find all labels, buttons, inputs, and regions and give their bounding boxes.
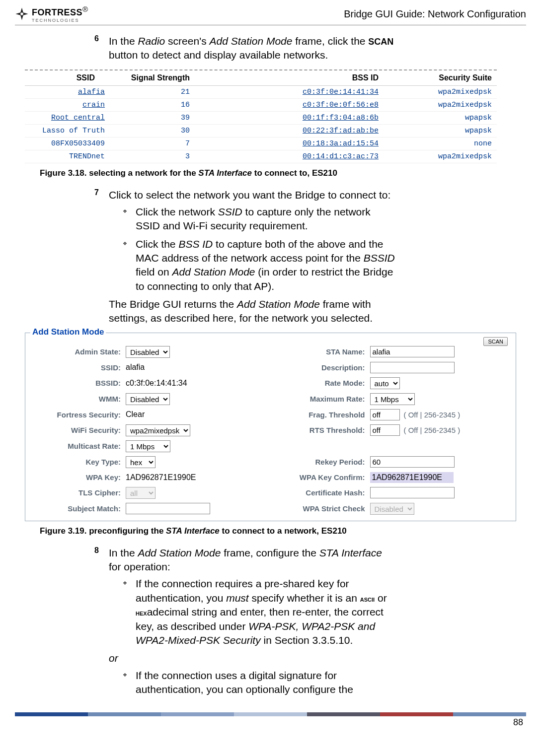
label-max-rate: Maximum Rate: [276,395,370,403]
scan-cell-security: wpapsk [384,124,497,137]
scan-row: crain16c0:3f:0e:0f:56:e8wpa2mixedpsk [25,98,497,111]
step-8-number: 8 [94,546,106,555]
value-wpa-key: 1AD962871E1990E [126,473,266,482]
page-header: FORTRESS® TECHNOLOGIES Bridge GUI Guide:… [15,5,526,25]
label-frag-threshold: Frag. Threshold [276,411,370,419]
scan-results-table: SSID Signal Strength BSS ID Security Sui… [25,69,497,163]
page-number: 88 [15,717,526,728]
step-8-bullet-2: If the connection uses a digital signatu… [123,669,397,697]
value-bssid: c0:3f:0e:14:41:34 [126,379,266,388]
label-wpa-key: WPA Key: [31,473,126,481]
header-title: Bridge GUI Guide: Network Configuration [344,8,526,20]
input-subject-match[interactable] [126,503,210,514]
select-tls-cipher: all [126,487,155,499]
label-rts-threshold: RTS Threshold: [276,426,370,434]
scan-cell-bssid[interactable]: 00:22:3f:ad:ab:be [195,124,384,137]
input-rekey-period[interactable] [370,456,455,468]
label-wifi-security: WiFi Security: [31,426,126,434]
scan-cell-signal: 16 [110,98,195,111]
select-rate-mode[interactable]: auto [370,377,400,389]
fortress-logo-icon [15,7,29,21]
label-ssid: SSID: [31,363,126,372]
label-bssid: BSSID: [31,379,126,387]
step-7-bullet-1: Click the network SSID to capture only t… [123,205,397,233]
figure-3-18-caption: Figure 3.18. selecting a network for the… [40,168,526,178]
label-tls-cipher: TLS Cipher: [31,488,126,497]
hint-rts: ( Off | 256-2345 ) [404,426,461,434]
value-ssid: alafia [126,363,266,372]
scan-cell-ssid[interactable]: Root central [25,111,110,124]
scan-cell-signal: 30 [110,124,195,137]
step-7-bullet-2: Click the BSS ID to capture both of the … [123,237,397,293]
label-cert-hash: Certificate Hash: [276,488,370,497]
scan-cell-ssid[interactable]: crain [25,98,110,111]
label-admin-state: Admin State: [31,347,126,356]
select-wpa-strict-check: Disabled [370,503,414,515]
logo-main-text: FORTRESS [32,7,82,17]
select-admin-state[interactable]: Disabled [126,346,170,358]
scan-cell-security: wpapsk [384,111,497,124]
logo: FORTRESS® TECHNOLOGIES [15,5,88,23]
scan-cell-bssid[interactable]: 00:18:3a:ad:15:54 [195,137,384,150]
scan-cell-signal: 39 [110,111,195,124]
label-rekey-period: Rekey Period: [276,458,370,466]
col-security: Security Suite [384,70,497,86]
input-cert-hash[interactable] [370,487,455,498]
logo-sub-text: TECHNOLOGIES [32,18,88,23]
value-wpa-key-confirm: 1AD962871E1990E [370,472,454,483]
figure-3-19-caption: Figure 3.19. preconfiguring the STA Inte… [40,526,526,536]
col-signal: Signal Strength [110,70,195,86]
label-subject-match: Subject Match: [31,504,126,513]
input-sta-name[interactable] [370,346,455,357]
label-fortress-security: Fortress Security: [31,411,126,419]
label-wmm: WMM: [31,395,126,403]
hint-frag: ( Off | 256-2345 ) [404,411,461,419]
logo-reg: ® [82,5,88,13]
col-bssid: BSS ID [195,70,384,86]
scan-cell-signal: 21 [110,85,195,98]
value-fortress-security: Clear [126,410,266,419]
scan-cell-ssid[interactable]: Lasso of Truth [25,124,110,137]
step-7-text: Click to select the network you want the… [109,188,397,326]
label-wpa-strict-check: WPA Strict Check [276,504,370,513]
scan-row: TRENDnet300:14:d1:c3:ac:73wpa2mixedpsk [25,150,497,163]
select-wmm[interactable]: Disabled [126,393,170,405]
step-6-text: In the Radio screen's Add Station Mode f… [109,34,397,63]
svg-point-1 [20,12,23,15]
label-multicast-rate: Multicast Rate: [31,442,126,450]
scan-cell-security: none [384,137,497,150]
add-station-mode-panel: Add Station Mode SCAN Admin State: Disab… [25,333,516,521]
step-8-bullet-1: If the connection requires a pre-shared … [123,577,397,647]
scan-button[interactable]: SCAN [483,337,508,346]
input-frag-threshold[interactable] [370,409,400,420]
step-8-text: In the Add Station Mode frame, configure… [109,546,397,700]
panel-legend: Add Station Mode [30,327,106,337]
input-rts-threshold[interactable] [370,424,400,436]
step-6-number: 6 [94,34,106,43]
select-wifi-security[interactable]: wpa2mixedpsk [126,424,190,436]
scan-row: Lasso of Truth3000:22:3f:ad:ab:bewpapsk [25,124,497,137]
scan-cell-ssid[interactable]: 08FX05033409 [25,137,110,150]
scan-row: Root central3900:1f:f3:04:a8:6bwpapsk [25,111,497,124]
label-sta-name: STA Name: [276,347,370,356]
step-7-number: 7 [94,188,106,197]
label-description: Description: [276,363,370,372]
scan-cell-ssid[interactable]: alafia [25,85,110,98]
scan-cell-ssid[interactable]: TRENDnet [25,150,110,163]
label-key-type: Key Type: [31,458,126,466]
select-max-rate[interactable]: 1 Mbps [370,393,415,405]
select-multicast-rate[interactable]: 1 Mbps [126,440,170,452]
scan-cell-bssid[interactable]: c0:3f:0e:0f:56:e8 [195,98,384,111]
label-rate-mode: Rate Mode: [276,379,370,387]
col-ssid: SSID [25,70,110,86]
select-key-type[interactable]: hex [126,456,155,468]
scan-cell-bssid[interactable]: 00:14:d1:c3:ac:73 [195,150,384,163]
scan-cell-signal: 7 [110,137,195,150]
label-wpa-key-confirm: WPA Key Confirm: [276,473,370,481]
scan-cell-signal: 3 [110,150,195,163]
scan-row: 08FX05033409700:18:3a:ad:15:54none [25,137,497,150]
footer-color-bar [15,712,526,716]
scan-cell-bssid[interactable]: 00:1f:f3:04:a8:6b [195,111,384,124]
scan-cell-bssid[interactable]: c0:3f:0e:14:41:34 [195,85,384,98]
input-description[interactable] [370,362,455,373]
